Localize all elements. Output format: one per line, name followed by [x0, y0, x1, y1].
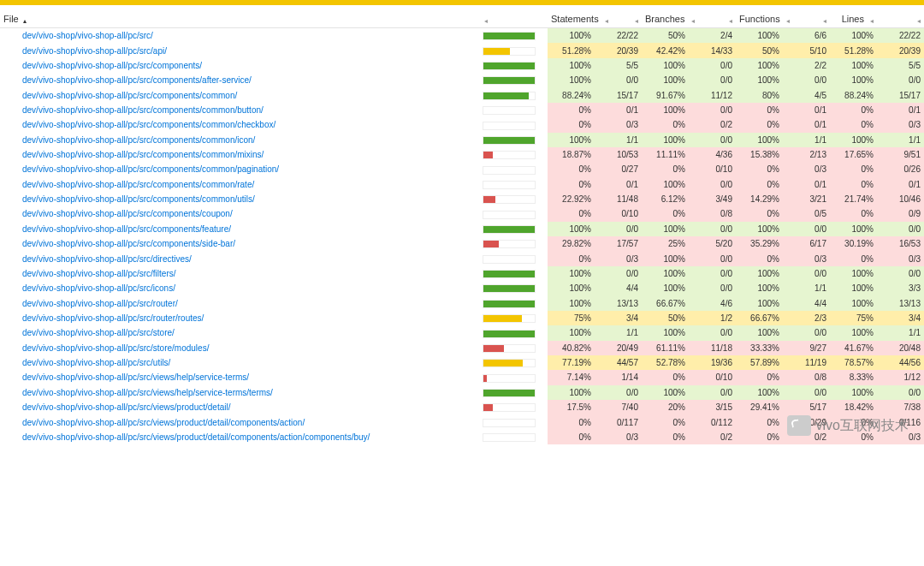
functions-frac: 0/3 [783, 251, 830, 265]
file-link[interactable]: dev/vivo-shop/vivo-shop-all/pc/src/compo… [22, 120, 275, 129]
file-link[interactable]: dev/vivo-shop/vivo-shop-all/pc/src/compo… [22, 224, 231, 234]
branches-pct: 66.67% [642, 295, 689, 310]
col-lines-frac[interactable]: ◂ [877, 9, 924, 28]
file-link[interactable]: dev/vivo-shop/vivo-shop-all/pc/src/compo… [22, 75, 252, 85]
coverage-bar-cell [479, 385, 548, 400]
file-link[interactable]: dev/vivo-shop/vivo-shop-all/pc/src/views… [22, 402, 230, 412]
functions-frac: 0/3 [783, 162, 830, 176]
coverage-table: File ▴ ◂ Statements ◂ ◂ Branches ◂ ◂ Fun… [0, 9, 924, 444]
functions-frac: 1/1 [783, 133, 830, 147]
file-link[interactable]: dev/vivo-shop/vivo-shop-all/pc/src/route… [22, 313, 204, 323]
col-lines[interactable]: Lines ◂ [830, 9, 877, 28]
file-link[interactable]: dev/vivo-shop/vivo-shop-all/pc/src/compo… [22, 61, 202, 70]
col-functions-frac[interactable]: ◂ [783, 9, 830, 28]
lines-pct: 0% [830, 103, 877, 117]
functions-pct: 66.67% [736, 311, 783, 325]
coverage-bar-fill [483, 285, 535, 292]
file-link[interactable]: dev/vivo-shop/vivo-shop-all/pc/src/views… [22, 418, 305, 427]
file-link[interactable]: dev/vivo-shop/vivo-shop-all/pc/src/filte… [22, 269, 176, 278]
lines-pct: 0% [830, 177, 877, 192]
file-link[interactable]: dev/vivo-shop/vivo-shop-all/pc/src/views… [22, 372, 249, 382]
table-row: dev/vivo-shop/vivo-shop-all/pc/src/compo… [0, 147, 924, 162]
lines-frac: 20/39 [877, 43, 924, 57]
branches-pct: 0% [642, 370, 689, 384]
file-cell: dev/vivo-shop/vivo-shop-all/pc/src/views… [0, 400, 479, 414]
file-cell: dev/vivo-shop/vivo-shop-all/pc/src/direc… [0, 251, 479, 265]
functions-frac: 2/2 [783, 58, 830, 73]
statements-frac: 1/1 [595, 133, 642, 147]
header-row: File ▴ ◂ Statements ◂ ◂ Branches ◂ ◂ Fun… [0, 9, 924, 28]
functions-frac: 6/6 [783, 28, 830, 44]
lines-frac: 3/4 [877, 311, 924, 325]
statements-frac: 7/40 [595, 400, 642, 414]
lines-pct: 30.19% [830, 236, 877, 251]
file-link[interactable]: dev/vivo-shop/vivo-shop-all/pc/src/compo… [22, 91, 237, 100]
col-statements[interactable]: Statements ◂ [548, 9, 595, 28]
col-branches[interactable]: Branches ◂ [642, 9, 689, 28]
file-link[interactable]: dev/vivo-shop/vivo-shop-all/pc/src/views… [22, 432, 370, 442]
file-cell: dev/vivo-shop/vivo-shop-all/pc/src/store… [0, 325, 479, 340]
file-link[interactable]: dev/vivo-shop/vivo-shop-all/pc/src/compo… [22, 150, 264, 159]
lines-frac: 44/56 [877, 355, 924, 370]
coverage-bar-cell [479, 58, 548, 73]
file-link[interactable]: dev/vivo-shop/vivo-shop-all/pc/src/compo… [22, 209, 233, 218]
branches-pct: 0% [642, 206, 689, 221]
functions-frac: 0/1 [783, 177, 830, 192]
file-link[interactable]: dev/vivo-shop/vivo-shop-all/pc/src/store… [22, 328, 175, 337]
file-link[interactable]: dev/vivo-shop/vivo-shop-all/pc/src/ [22, 31, 153, 40]
col-functions[interactable]: Functions ◂ [736, 9, 783, 28]
coverage-bar-fill [483, 241, 499, 247]
col-branches-frac[interactable]: ◂ [689, 9, 736, 28]
coverage-bar [483, 419, 536, 427]
coverage-bar-cell [479, 28, 548, 44]
coverage-bar-fill [483, 315, 522, 322]
table-row: dev/vivo-shop/vivo-shop-all/pc/src/views… [0, 370, 924, 384]
functions-pct: 100% [736, 133, 783, 147]
statements-frac: 10/53 [595, 147, 642, 162]
functions-frac: 11/19 [783, 355, 830, 370]
coverage-bar [483, 359, 536, 367]
lines-pct: 0% [830, 162, 877, 176]
statements-frac: 0/0 [595, 385, 642, 400]
table-row: dev/vivo-shop/vivo-shop-all/pc/src/compo… [0, 222, 924, 236]
file-cell: dev/vivo-shop/vivo-shop-all/pc/src/compo… [0, 87, 479, 102]
file-link[interactable]: dev/vivo-shop/vivo-shop-all/pc/src/route… [22, 299, 178, 308]
coverage-bar [483, 225, 536, 234]
file-link[interactable]: dev/vivo-shop/vivo-shop-all/pc/src/compo… [22, 180, 254, 189]
functions-frac: 0/0 [783, 325, 830, 340]
col-file[interactable]: File ▴ [0, 9, 479, 28]
functions-pct: 57.89% [736, 355, 783, 370]
functions-pct: 14.29% [736, 192, 783, 206]
statements-pct: 0% [548, 103, 595, 117]
coverage-bar-fill [483, 345, 504, 352]
functions-pct: 0% [736, 430, 783, 444]
file-link[interactable]: dev/vivo-shop/vivo-shop-all/pc/src/compo… [22, 105, 264, 115]
branches-pct: 100% [642, 251, 689, 265]
file-link[interactable]: dev/vivo-shop/vivo-shop-all/pc/src/compo… [22, 239, 235, 248]
branches-frac: 0/0 [689, 58, 736, 73]
file-cell: dev/vivo-shop/vivo-shop-all/pc/src/compo… [0, 162, 479, 176]
file-link[interactable]: dev/vivo-shop/vivo-shop-all/pc/src/compo… [22, 164, 279, 174]
file-link[interactable]: dev/vivo-shop/vivo-shop-all/pc/src/direc… [22, 254, 192, 264]
file-cell: dev/vivo-shop/vivo-shop-all/pc/src/icons… [0, 281, 479, 295]
file-link[interactable]: dev/vivo-shop/vivo-shop-all/pc/src/icons… [22, 283, 175, 293]
functions-pct: 80% [736, 87, 783, 102]
lines-pct: 18.42% [830, 400, 877, 414]
lines-pct: 75% [830, 311, 877, 325]
file-link[interactable]: dev/vivo-shop/vivo-shop-all/pc/src/store… [22, 343, 209, 353]
file-link[interactable]: dev/vivo-shop/vivo-shop-all/pc/src/compo… [22, 135, 255, 145]
file-link[interactable]: dev/vivo-shop/vivo-shop-all/pc/src/views… [22, 388, 273, 397]
col-bar-spacer: ◂ [479, 9, 548, 28]
coverage-bar-cell [479, 117, 548, 132]
coverage-bar-fill [483, 63, 535, 69]
coverage-bar [483, 389, 536, 397]
functions-pct: 0% [736, 206, 783, 221]
col-statements-frac[interactable]: ◂ [595, 9, 642, 28]
file-link[interactable]: dev/vivo-shop/vivo-shop-all/pc/src/compo… [22, 194, 255, 204]
file-link[interactable]: dev/vivo-shop/vivo-shop-all/pc/src/utils… [22, 358, 170, 367]
statements-pct: 100% [548, 58, 595, 73]
file-link[interactable]: dev/vivo-shop/vivo-shop-all/pc/src/api/ [22, 46, 167, 56]
lines-frac: 1/1 [877, 325, 924, 340]
coverage-bar [483, 106, 536, 115]
statements-pct: 77.19% [548, 355, 595, 370]
